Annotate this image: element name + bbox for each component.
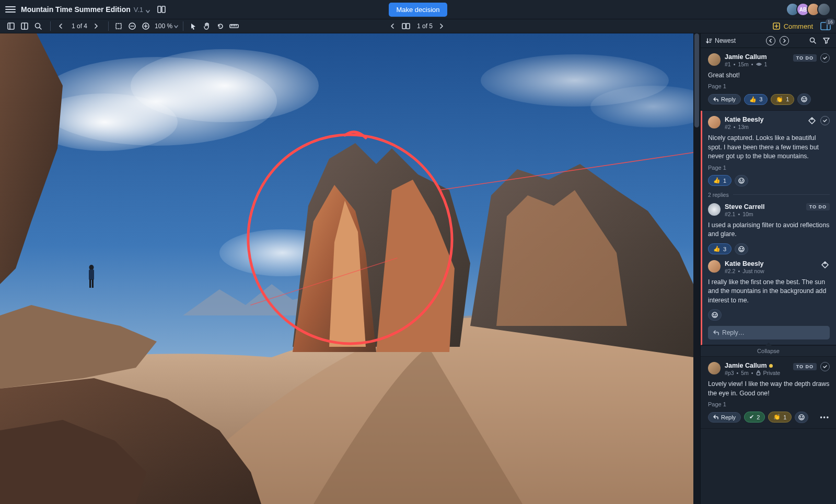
svg-point-44 xyxy=(810,38,814,42)
reaction-pill[interactable]: 👍 3 xyxy=(708,243,732,254)
reaction-pill[interactable]: 👍 1 xyxy=(708,175,732,186)
zoom-level[interactable]: 100 % xyxy=(155,22,172,30)
resolve-icon[interactable] xyxy=(820,53,830,63)
divider xyxy=(50,21,51,31)
tag-icon[interactable] xyxy=(820,260,830,269)
reply-button[interactable]: Reply xyxy=(708,94,741,104)
search-icon[interactable] xyxy=(808,36,817,45)
menu-icon[interactable] xyxy=(5,4,16,15)
comment-text: Great shot! xyxy=(708,71,830,80)
avatar[interactable] xyxy=(817,3,831,16)
svg-rect-35 xyxy=(89,279,91,288)
svg-point-53 xyxy=(742,180,743,180)
comment-meta: #2.1•10m xyxy=(725,211,764,217)
tag-icon[interactable] xyxy=(807,116,817,125)
status-badge[interactable]: TO DO xyxy=(806,203,830,210)
comment-meta: #2.2•Just now xyxy=(725,268,764,274)
svg-point-48 xyxy=(803,99,804,99)
reaction-pill[interactable]: 👏 1 xyxy=(768,412,792,423)
svg-point-52 xyxy=(740,180,741,180)
fit-icon[interactable] xyxy=(113,20,124,32)
comment-text: Nicely captured. Looks like a beautiful … xyxy=(708,134,830,161)
svg-point-55 xyxy=(740,248,741,249)
zoom-in-icon[interactable] xyxy=(140,20,152,32)
comment-label: Comment xyxy=(784,22,813,30)
canvas-area[interactable] xyxy=(0,33,700,504)
comments-panel: Newest Jamie Callum #1•15m• xyxy=(700,33,836,504)
rotate-icon[interactable] xyxy=(215,20,226,32)
filter-icon[interactable] xyxy=(821,36,831,45)
add-reaction-icon[interactable] xyxy=(708,309,722,321)
status-badge[interactable]: TO DO xyxy=(793,54,817,62)
comment-card[interactable]: Jamie Callum #1•15m• 1 TO DO Great shot!… xyxy=(701,48,836,111)
ruler-icon[interactable] xyxy=(228,20,240,32)
resolve-icon[interactable] xyxy=(820,116,830,125)
reaction-pill[interactable]: 👏 1 xyxy=(771,94,794,105)
comment-author: Jamie Callum xyxy=(725,362,780,369)
comment-meta: #2•13m xyxy=(725,124,763,130)
svg-point-64 xyxy=(803,416,803,417)
svg-line-7 xyxy=(40,28,41,29)
prev-spread-icon[interactable] xyxy=(387,20,398,32)
resolve-icon[interactable] xyxy=(820,362,830,371)
reaction-pill[interactable]: 👍 3 xyxy=(744,94,768,105)
prev-page-icon[interactable] xyxy=(55,20,66,32)
vertical-scrollbar[interactable] xyxy=(693,33,700,504)
chevron-down-icon[interactable] xyxy=(145,7,150,12)
comment-card[interactable]: Jamie Callum #p3•5m• Private TO DO Lovel… xyxy=(701,357,836,429)
comment-card[interactable]: Katie Beesly #2•13m Nicely captured. Loo… xyxy=(701,111,836,345)
divider xyxy=(183,21,183,31)
panel-split-icon[interactable] xyxy=(19,20,30,32)
add-reaction-icon[interactable] xyxy=(797,93,811,105)
reply-button[interactable]: Reply xyxy=(708,412,741,423)
next-page-icon[interactable] xyxy=(90,20,102,32)
comment-meta: #p3•5m• Private xyxy=(725,370,780,376)
svg-rect-20 xyxy=(406,24,410,29)
version-label[interactable]: V.1 xyxy=(134,6,143,14)
more-icon[interactable]: ••• xyxy=(820,414,830,421)
search-icon[interactable] xyxy=(32,20,44,32)
svg-point-63 xyxy=(800,416,801,417)
chevron-down-icon[interactable] xyxy=(173,24,179,29)
spread-icon xyxy=(400,20,412,32)
mountain-photo xyxy=(0,33,693,504)
compare-icon[interactable] xyxy=(156,4,167,15)
add-reaction-icon[interactable] xyxy=(795,412,808,423)
comment-author: Steve Carrell xyxy=(725,203,764,210)
add-reaction-icon[interactable] xyxy=(735,175,748,186)
sort-label: Newest xyxy=(715,37,736,44)
panel-right-toggle[interactable]: 16 xyxy=(820,22,831,30)
comment-page: Page 1 xyxy=(708,165,830,171)
collapse-thread-button[interactable]: Collapse xyxy=(701,345,836,357)
status-dot-icon xyxy=(769,364,773,368)
comment-count-badge: 16 xyxy=(826,19,835,25)
svg-point-59 xyxy=(714,314,714,315)
svg-point-46 xyxy=(758,64,760,65)
document-title: Mountain Time Summer Edition xyxy=(21,5,131,14)
comment-text: Lovely view! I like the way the depth dr… xyxy=(708,380,830,398)
hand-icon[interactable] xyxy=(201,20,213,32)
avatar xyxy=(708,116,721,128)
reaction-pill[interactable]: ✔ 2 xyxy=(744,412,765,423)
reply-input[interactable]: Reply… xyxy=(708,326,830,339)
add-reaction-icon[interactable] xyxy=(735,243,748,255)
svg-point-60 xyxy=(716,314,716,315)
zoom-out-icon[interactable] xyxy=(126,20,138,32)
make-decision-button[interactable]: Make decision xyxy=(389,3,447,17)
avatar xyxy=(708,203,721,216)
pointer-icon[interactable] xyxy=(188,20,199,32)
next-comment-icon[interactable] xyxy=(780,36,789,45)
add-comment-button[interactable]: Comment xyxy=(772,22,813,30)
comment-text: I really like the first one the best. Th… xyxy=(708,278,830,305)
prev-comment-icon[interactable] xyxy=(766,36,775,45)
status-badge[interactable]: TO DO xyxy=(793,363,817,370)
spread-indicator: 1 of 5 xyxy=(417,22,433,30)
next-spread-icon[interactable] xyxy=(436,20,447,32)
svg-rect-34 xyxy=(89,269,94,280)
sort-dropdown[interactable]: Newest xyxy=(706,37,736,44)
svg-point-33 xyxy=(89,265,94,270)
svg-rect-0 xyxy=(158,6,161,13)
svg-point-6 xyxy=(36,24,40,28)
page-indicator: 1 of 4 xyxy=(72,22,87,30)
panel-left-icon[interactable] xyxy=(5,20,17,32)
